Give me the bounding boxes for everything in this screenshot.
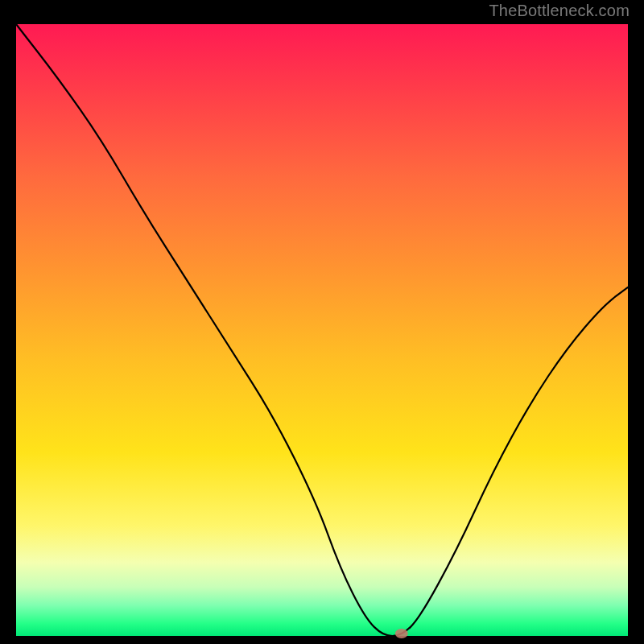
chart-frame: TheBottleneck.com	[0, 0, 644, 644]
bottleneck-curve	[16, 24, 628, 636]
attribution-text: TheBottleneck.com	[489, 2, 630, 20]
optimum-marker	[395, 629, 408, 638]
chart-svg	[16, 24, 628, 636]
plot-area	[16, 24, 628, 636]
